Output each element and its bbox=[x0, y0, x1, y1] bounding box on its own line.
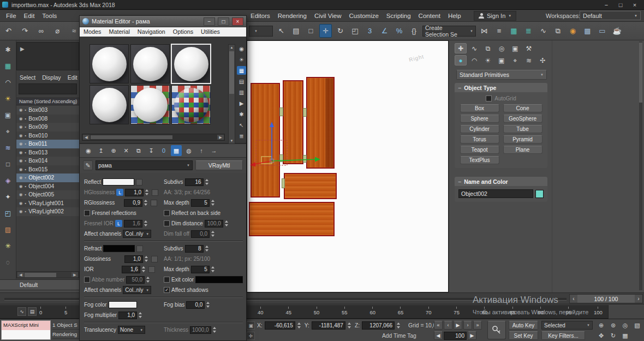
pick-material-from-object-icon[interactable]: ✎ bbox=[83, 160, 93, 170]
scene-object-row[interactable]: ◉ ▪ Object004 bbox=[16, 182, 79, 191]
visibility-eye-icon[interactable]: ◉ bbox=[19, 133, 23, 138]
get-material-icon[interactable]: ◉ bbox=[83, 145, 94, 156]
next-key-button[interactable]: ▶ bbox=[468, 331, 476, 340]
sample-type-icon[interactable]: ◉ bbox=[237, 44, 246, 53]
filter-particles-icon[interactable]: ✳ bbox=[3, 241, 13, 250]
fog-color-swatch[interactable] bbox=[109, 301, 137, 308]
dim-distance-spinner[interactable] bbox=[225, 219, 230, 228]
autogrid-checkbox[interactable] bbox=[486, 95, 492, 101]
close-button[interactable]: × bbox=[628, 1, 642, 9]
visibility-eye-icon[interactable]: ◉ bbox=[19, 175, 23, 180]
filter-shapes-icon[interactable]: ◠ bbox=[3, 77, 13, 87]
refract-subdivs-spinner[interactable] bbox=[205, 244, 210, 253]
hglossiness-lock-button[interactable]: L bbox=[116, 189, 123, 196]
explorer-menu-select[interactable]: Select bbox=[16, 73, 39, 82]
previous-key-button[interactable]: ◀ bbox=[434, 331, 443, 340]
dim-distance-checkbox[interactable] bbox=[164, 220, 170, 226]
scene-object-row[interactable]: ◉ ▪ Box011 bbox=[16, 140, 79, 148]
menu-tools[interactable]: Tools bbox=[38, 10, 61, 22]
scene-object-row[interactable]: ◉ ▪ Box010 bbox=[16, 131, 79, 140]
sample-slot-1[interactable] bbox=[90, 44, 129, 83]
undo-icon[interactable]: ↶ bbox=[2, 24, 15, 38]
tube-button[interactable]: Tube bbox=[503, 125, 542, 133]
scroll-down-arrow[interactable]: ▼ bbox=[229, 138, 235, 143]
selection-lock-toggle[interactable]: ▣ bbox=[247, 321, 255, 330]
systems-category-icon[interactable]: ✣ bbox=[536, 55, 548, 65]
geosphere-button[interactable]: GeoSphere bbox=[503, 115, 542, 123]
abbe-number-field[interactable]: 50,0 bbox=[126, 276, 145, 284]
connector-block[interactable] bbox=[303, 108, 307, 117]
unlink-selection-icon[interactable]: ⌀ bbox=[51, 24, 64, 38]
reflect-map-button[interactable] bbox=[136, 179, 142, 186]
geometry-category-icon[interactable]: ● bbox=[455, 55, 467, 65]
refract-subdivs-field[interactable]: 8 bbox=[185, 245, 204, 253]
key-filter-selected-dropdown[interactable]: Selected bbox=[541, 321, 593, 330]
refract-map-button[interactable] bbox=[136, 246, 143, 252]
scrollbar-thumb[interactable] bbox=[639, 43, 642, 103]
scene-object-row[interactable]: ◉ ▪ Object005 bbox=[16, 190, 79, 199]
previous-frame-arrow[interactable]: ‹ bbox=[570, 295, 577, 303]
abbe-number-checkbox[interactable] bbox=[84, 277, 90, 283]
modify-tab-icon[interactable]: ∿ bbox=[468, 43, 480, 53]
filter-groups-icon[interactable]: □ bbox=[3, 159, 13, 169]
bind-to-space-warp-icon[interactable]: ≈ bbox=[68, 24, 80, 38]
select-and-link-icon[interactable]: ∞ bbox=[35, 24, 47, 38]
maximize-button[interactable]: □ bbox=[613, 1, 628, 9]
thickness-field[interactable]: 1000,0 bbox=[190, 326, 211, 334]
fresnel-ior-spinner[interactable] bbox=[144, 219, 149, 228]
set-keys-button[interactable] bbox=[487, 321, 506, 339]
helpers-category-icon[interactable]: ⌖ bbox=[509, 55, 521, 65]
filter-geometry-icon[interactable]: ▦ bbox=[3, 61, 13, 70]
fog-bias-spinner[interactable] bbox=[206, 301, 211, 309]
display-tab-icon[interactable]: ▣ bbox=[509, 43, 521, 53]
select-by-name-icon[interactable]: ▤ bbox=[290, 24, 302, 38]
me-menu-modes[interactable]: Modes bbox=[80, 27, 105, 37]
render-setup-icon[interactable]: ▩ bbox=[581, 24, 594, 38]
show-end-result-icon[interactable]: ◍ bbox=[183, 145, 194, 156]
lights-category-icon[interactable]: ☀ bbox=[482, 55, 494, 65]
filter-cameras-icon[interactable]: ▣ bbox=[3, 110, 13, 119]
pan-icon[interactable]: ✥ bbox=[596, 331, 606, 340]
ior-map-button[interactable] bbox=[148, 266, 155, 273]
explorer-menu-edit[interactable]: Edit bbox=[64, 73, 79, 82]
transform-gizmo[interactable] bbox=[247, 117, 329, 183]
visibility-eye-icon[interactable]: ◉ bbox=[19, 150, 23, 155]
command-panel-scrollbar[interactable] bbox=[639, 41, 642, 290]
viewport[interactable]: Right bbox=[247, 40, 449, 292]
sample-slots-vscrollbar[interactable]: ▲ ▼ bbox=[228, 44, 235, 144]
angle-snap-icon[interactable]: ∠ bbox=[378, 24, 391, 38]
go-to-start-button[interactable]: « bbox=[434, 321, 443, 330]
me-close-button[interactable]: × bbox=[232, 17, 243, 26]
backlight-icon[interactable]: ☀ bbox=[237, 55, 246, 64]
visibility-eye-icon[interactable]: ◉ bbox=[19, 124, 23, 129]
zoom-icon[interactable]: ⊕ bbox=[596, 321, 606, 330]
scene-explorer-search-field[interactable] bbox=[19, 83, 77, 94]
align-icon[interactable]: ≡ bbox=[493, 24, 505, 38]
fog-multiplier-field[interactable]: 1,0 bbox=[118, 312, 137, 319]
redo-icon[interactable]: ↷ bbox=[19, 24, 31, 38]
next-frame-button[interactable]: › bbox=[463, 321, 472, 330]
select-and-rotate-icon[interactable]: ↻ bbox=[334, 24, 347, 38]
hglossiness-field[interactable]: 1,0 bbox=[125, 189, 144, 196]
current-frame-field[interactable]: 100 bbox=[444, 332, 467, 340]
selection-filter-dropdown[interactable] bbox=[249, 26, 273, 37]
visibility-eye-icon[interactable]: ◉ bbox=[19, 201, 23, 206]
cone-button[interactable]: Cone bbox=[503, 104, 542, 112]
menu-help[interactable]: Help bbox=[444, 10, 465, 22]
maximize-viewport-toggle-icon[interactable]: ▦ bbox=[620, 331, 630, 340]
scene-object-row[interactable]: ◉ ▪ Box015 bbox=[16, 165, 79, 174]
scrollbar-thumb[interactable] bbox=[91, 135, 172, 139]
orbit-icon[interactable]: ↻ bbox=[608, 331, 618, 340]
sample-slot-2[interactable] bbox=[130, 44, 170, 83]
menu-scripting[interactable]: Scripting bbox=[383, 10, 415, 22]
scroll-right-arrow[interactable]: ▶ bbox=[71, 272, 78, 277]
visibility-eye-icon[interactable]: ◉ bbox=[19, 167, 23, 172]
fresnel-ior-lock-button[interactable]: L bbox=[115, 220, 122, 227]
scene-object-row[interactable]: ◉ ▪ Box014 bbox=[16, 157, 79, 165]
go-forward-to-sibling-icon[interactable]: → bbox=[208, 145, 219, 156]
me-minimize-button[interactable]: − bbox=[204, 17, 215, 26]
menu-content[interactable]: Content bbox=[415, 10, 444, 22]
material-name-dropdown[interactable]: рама bbox=[96, 160, 193, 170]
translucency-dropdown[interactable]: None bbox=[118, 326, 145, 334]
dim-distance-field[interactable]: 100,0 bbox=[205, 220, 223, 228]
